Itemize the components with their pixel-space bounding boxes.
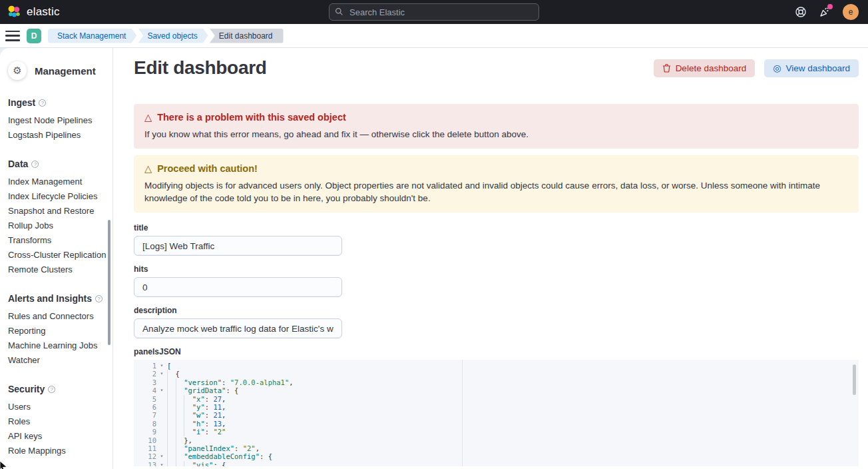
code-token: :	[205, 420, 214, 428]
search-input[interactable]	[329, 3, 539, 21]
code-token: "7.0.0-alpha1"	[230, 378, 290, 386]
breadcrumb-item[interactable]: Saved objects	[138, 29, 208, 43]
code-line: 4▾"gridData": {	[134, 386, 859, 394]
elastic-logo-icon	[7, 5, 21, 19]
line-number: 6	[134, 403, 156, 411]
panelsjson-label: panelsJSON	[134, 347, 859, 356]
fold-gutter	[156, 411, 167, 419]
line-number: 10	[134, 436, 156, 444]
indent-guides	[167, 370, 176, 378]
code-token: "i"	[192, 428, 205, 436]
fold-arrow-icon[interactable]: ▾	[156, 452, 167, 460]
code-token: "gridData"	[184, 386, 226, 394]
code-line: 11"panelIndex": "2",	[134, 444, 859, 452]
sidebar-section-heading: Alerts and Insights?	[8, 293, 112, 304]
code-token: "embeddableConfig"	[184, 452, 260, 460]
code-line: 3"version": "7.0.0-alpha1",	[134, 378, 859, 386]
view-dashboard-button[interactable]: ◎ View dashboard	[764, 59, 859, 77]
fold-arrow-icon[interactable]: ▾	[156, 386, 167, 394]
indent-guides	[167, 403, 192, 411]
delete-dashboard-button[interactable]: Delete dashboard	[654, 59, 756, 77]
code-line: 13▾"vis": {	[134, 461, 859, 466]
warning-triangle-icon: △︎	[144, 112, 152, 123]
code-line: 7"w": 21,	[134, 411, 859, 419]
line-number: 1	[134, 362, 156, 370]
code-token: ,	[222, 395, 226, 403]
sidebar-item-users[interactable]: Users	[8, 400, 112, 414]
main-content: Edit dashboard Delete dashboard ◎ View d…	[113, 48, 868, 469]
print-margin-line	[462, 360, 463, 466]
sidebar-item-transforms[interactable]: Transforms	[8, 233, 112, 248]
user-avatar[interactable]: e	[843, 4, 859, 20]
hits-input[interactable]	[134, 277, 342, 297]
management-sidebar: ⚙ Management Ingest?Ingest Node Pipeline…	[0, 48, 113, 469]
fold-gutter	[156, 428, 167, 436]
code-token: :	[205, 411, 214, 419]
description-input[interactable]	[134, 318, 342, 338]
code-token: "2"	[213, 428, 226, 436]
indent-guides	[167, 444, 184, 452]
sidebar-item-machine-learning-jobs[interactable]: Machine Learning Jobs	[8, 338, 112, 353]
code-token: 27	[213, 395, 222, 403]
fold-arrow-icon[interactable]: ▾	[156, 461, 167, 466]
sidebar-item-cross-cluster-replication[interactable]: Cross-Cluster Replication	[8, 248, 112, 262]
question-circle-icon: ?	[48, 386, 55, 393]
sidebar-scrollbar[interactable]	[108, 220, 110, 345]
code-line: 1▾[	[134, 362, 859, 370]
fold-arrow-icon[interactable]: ▾	[156, 370, 167, 378]
sidebar-item-roles[interactable]: Roles	[8, 414, 112, 429]
code-line: 9"i": "2"	[134, 428, 859, 436]
code-token: ,	[222, 411, 226, 419]
menu-icon[interactable]	[5, 31, 20, 41]
help-icon[interactable]	[795, 6, 807, 18]
space-avatar[interactable]: D	[27, 29, 41, 43]
title-input[interactable]	[134, 236, 342, 256]
sidebar-heading-label: Ingest	[8, 97, 35, 108]
warning-triangle-icon: △︎	[144, 163, 152, 174]
brand-name: elastic	[27, 5, 60, 19]
line-number: 8	[134, 420, 156, 428]
sidebar-heading-label: Alerts and Insights	[8, 293, 92, 304]
line-number: 12	[134, 452, 156, 460]
title-field: title	[134, 223, 859, 256]
code-line: 5"x": 27,	[134, 395, 859, 403]
sidebar-item-ingest-node-pipelines[interactable]: Ingest Node Pipelines	[8, 113, 112, 128]
sidebar-item-api-keys[interactable]: API keys	[8, 429, 112, 444]
json-code-editor[interactable]: 1▾[2▾{3"version": "7.0.0-alpha1",4▾"grid…	[134, 360, 859, 466]
code-token: "x"	[192, 395, 205, 403]
code-token: "w"	[192, 411, 205, 419]
editor-scrollbar[interactable]	[853, 364, 856, 395]
sidebar-section-heading: Ingest?	[8, 97, 112, 108]
code-token: "h"	[192, 420, 205, 428]
code-token: ,	[256, 444, 260, 452]
question-circle-icon: ?	[95, 295, 103, 302]
fold-arrow-icon[interactable]: ▾	[156, 362, 167, 370]
sidebar-item-rules-and-connectors[interactable]: Rules and Connectors	[8, 309, 112, 324]
fold-gutter	[156, 378, 167, 386]
question-circle-icon: ?	[31, 161, 39, 168]
line-number: 13	[134, 461, 156, 466]
code-token: "2"	[243, 444, 256, 452]
code-token: :	[205, 403, 214, 411]
elastic-logo[interactable]: elastic	[7, 5, 60, 19]
mouse-cursor	[0, 460, 9, 469]
code-token: ,	[222, 403, 226, 411]
newsfeed-icon[interactable]	[819, 6, 831, 18]
sidebar-item-index-lifecycle-policies[interactable]: Index Lifecycle Policies	[8, 189, 112, 204]
code-token: :	[205, 395, 214, 403]
sidebar-item-logstash-pipelines[interactable]: Logstash Pipelines	[8, 128, 112, 143]
sidebar-item-snapshot-and-restore[interactable]: Snapshot and Restore	[8, 204, 112, 219]
code-token: "version"	[184, 378, 222, 386]
top-navigation-bar: elastic	[0, 0, 868, 24]
sidebar-section-heading: Data?	[8, 159, 112, 169]
breadcrumb-item[interactable]: Edit dashboard	[210, 29, 284, 43]
sidebar-item-remote-clusters[interactable]: Remote Clusters	[8, 262, 112, 277]
sidebar-item-index-management[interactable]: Index Management	[8, 175, 112, 189]
sidebar-item-reporting[interactable]: Reporting	[8, 324, 112, 338]
sidebar-item-role-mappings[interactable]: Role Mappings	[8, 444, 112, 458]
fold-gutter	[156, 436, 167, 444]
breadcrumb-item[interactable]: Stack Management	[48, 29, 136, 43]
trash-icon	[662, 63, 671, 73]
sidebar-item-rollup-jobs[interactable]: Rollup Jobs	[8, 219, 112, 233]
sidebar-item-watcher[interactable]: Watcher	[8, 353, 112, 368]
